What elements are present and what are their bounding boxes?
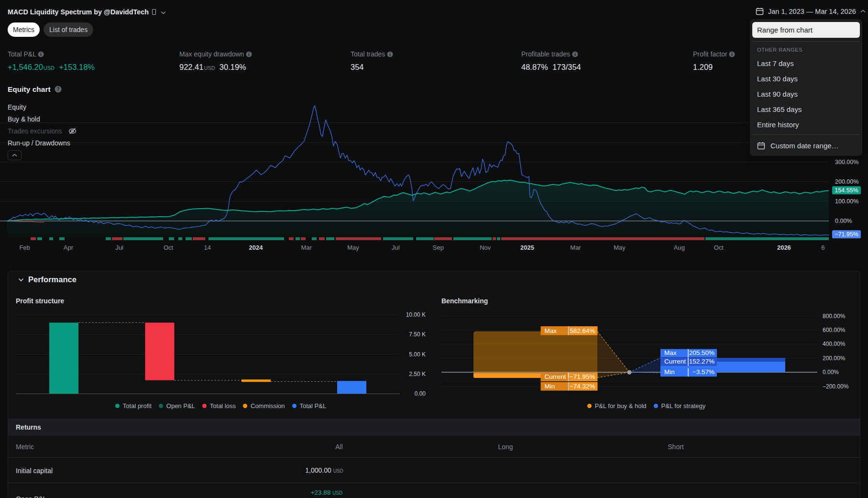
svg-text:7.50 K: 7.50 K: [409, 331, 426, 338]
svg-text:600.00%: 600.00%: [823, 327, 846, 333]
svg-text:Max: Max: [545, 327, 557, 334]
svg-text:Min: Min: [545, 383, 555, 390]
svg-text:0.00%: 0.00%: [823, 369, 839, 376]
svg-text:400.00%: 400.00%: [823, 341, 846, 347]
svg-text:300.00%: 300.00%: [835, 159, 858, 166]
svg-text:−74.32%: −74.32%: [570, 383, 595, 390]
svg-text:Current: Current: [664, 358, 686, 365]
svg-text:0.00: 0.00: [415, 390, 426, 397]
svg-text:10.00 K: 10.00 K: [406, 311, 426, 318]
svg-text:−3.57%: −3.57%: [692, 368, 714, 376]
svg-text:200.00%: 200.00%: [823, 355, 846, 362]
svg-text:2.50 K: 2.50 K: [409, 371, 426, 377]
svg-text:154.55%: 154.55%: [835, 187, 858, 194]
svg-text:5.00 K: 5.00 K: [409, 351, 426, 358]
svg-text:0.00%: 0.00%: [835, 218, 852, 224]
svg-text:−200.00%: −200.00%: [823, 383, 849, 390]
svg-text:−71.95%: −71.95%: [835, 231, 858, 238]
svg-text:100.00%: 100.00%: [835, 198, 858, 205]
svg-text:205.50%: 205.50%: [689, 349, 714, 356]
svg-text:582.64%: 582.64%: [570, 327, 595, 334]
svg-text:200.00%: 200.00%: [835, 178, 858, 185]
svg-text:Min: Min: [664, 368, 675, 376]
svg-text:−71.95%: −71.95%: [570, 373, 595, 380]
svg-text:Max: Max: [664, 349, 677, 356]
svg-text:152.27%: 152.27%: [689, 358, 714, 365]
svg-text:Current: Current: [545, 373, 566, 380]
svg-text:800.00%: 800.00%: [823, 313, 846, 320]
